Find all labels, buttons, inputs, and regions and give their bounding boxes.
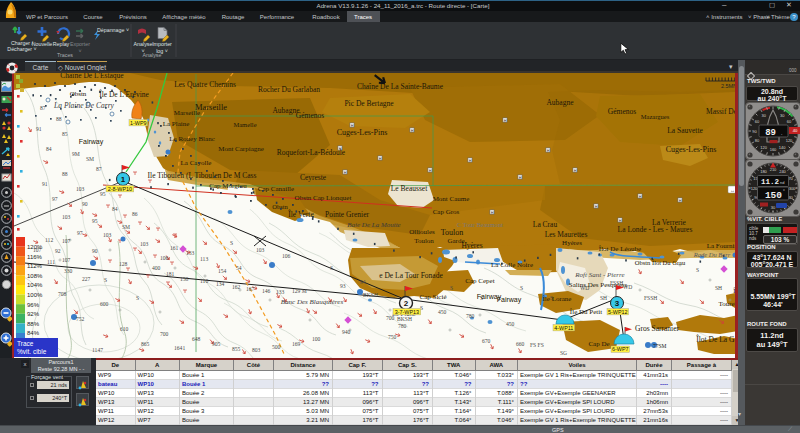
svg-text:4-WP11: 4-WP11	[554, 325, 573, 331]
svg-text:Tourelle: Tourelle	[718, 300, 735, 308]
svg-text:648: 648	[192, 336, 201, 342]
svg-text:450: 450	[438, 309, 447, 315]
svg-text:140: 140	[779, 145, 786, 150]
svg-text:Toulon: Toulon	[414, 237, 434, 245]
svg-text:Replay: Replay	[53, 41, 70, 47]
svg-text:H: H	[619, 219, 622, 223]
svg-text:2-8-WP10: 2-8-WP10	[108, 186, 132, 192]
svg-text:103: 103	[76, 186, 85, 192]
svg-text:La Colle Noire: La Colle Noire	[491, 261, 533, 269]
svg-text:Mamelle: Mamelle	[233, 121, 256, 128]
svg-text:103: 103	[62, 214, 71, 220]
svg-text:SM: SM	[86, 156, 94, 162]
svg-text:S: S	[136, 295, 139, 301]
svg-text:La Sauvette: La Sauvette	[667, 126, 703, 135]
svg-text:H: H	[595, 205, 598, 209]
svg-text:Îlot De La Ga: Îlot De La Ga	[696, 334, 735, 344]
svg-text:103: 103	[256, 247, 265, 253]
svg-text:H: H	[344, 171, 347, 175]
svg-text:Gémenos: Gémenos	[296, 111, 324, 120]
svg-text:84%: 84%	[27, 330, 40, 336]
svg-text:H: H	[547, 149, 550, 153]
svg-text:Cuges-Les-Pins: Cuges-Les-Pins	[666, 145, 717, 154]
svg-text:1: 1	[121, 175, 126, 184]
svg-text:Marseille: Marseille	[174, 109, 200, 117]
svg-text:161: 161	[170, 245, 179, 251]
svg-text:Traces: Traces	[57, 52, 73, 58]
svg-text:La Londe - Les - Maures: La Londe - Les - Maures	[618, 225, 693, 234]
svg-text:Îlot De Léoube: Îlot De Léoube	[599, 245, 641, 253]
svg-text:128: 128	[119, 261, 128, 267]
svg-text:94: 94	[360, 279, 366, 285]
svg-text:116%: 116%	[27, 254, 43, 260]
svg-text:110: 110	[200, 278, 208, 284]
svg-text:Cap Cepet: Cap Cepet	[465, 277, 494, 285]
svg-text:Île Du Petit: Île Du Petit	[570, 308, 602, 316]
svg-text:Affichage météo: Affichage météo	[162, 14, 206, 20]
svg-text:120%: 120%	[27, 244, 43, 250]
svg-text:C Tour Beaumont: C Tour Beaumont	[457, 221, 504, 228]
svg-text:Performance: Performance	[260, 14, 295, 20]
svg-text:Fairway: Fairway	[79, 138, 104, 146]
svg-text:SG: SG	[560, 350, 567, 356]
svg-text:Dépannage ˅: Dépannage ˅	[97, 27, 129, 33]
svg-text:330: 330	[64, 268, 73, 274]
svg-text:Pointe Grenier: Pointe Grenier	[325, 210, 369, 219]
svg-text:Roquefort-La-Bédoule: Roquefort-La-Bédoule	[277, 148, 346, 157]
svg-text:S: S	[696, 267, 699, 273]
svg-text:86: 86	[132, 211, 138, 217]
svg-text:Course: Course	[83, 14, 103, 20]
svg-text:780: 780	[398, 323, 407, 329]
svg-text:91: 91	[36, 126, 42, 132]
svg-text:%vit. cible: %vit. cible	[17, 348, 47, 355]
svg-text:Chaîne De L'Estaque: Chaîne De L'Estaque	[60, 73, 124, 80]
svg-text:Adrena V13.9.1.26 - 24_11_2016: Adrena V13.9.1.26 - 24_11_2016_a.trc - R…	[317, 2, 490, 9]
svg-text:940: 940	[342, 329, 351, 335]
svg-text:Rocher Du Garlaban: Rocher Du Garlaban	[258, 85, 320, 94]
svg-text:˄ Instruments: ˄ Instruments	[706, 14, 743, 20]
svg-text:Cap Gros: Cap Gros	[433, 208, 460, 216]
svg-text:120: 120	[760, 145, 767, 150]
svg-text:e De La Tour Fonade: e De La Tour Fonade	[379, 271, 443, 280]
svg-text:80: 80	[755, 138, 760, 143]
svg-text:Fairway: Fairway	[497, 296, 522, 304]
svg-text:Mazargues: Mazargues	[641, 113, 670, 120]
svg-text:60: 60	[755, 119, 760, 124]
svg-text:Mont Caume: Mont Caume	[433, 195, 470, 203]
svg-text:Aubagne: Aubagne	[546, 98, 574, 107]
svg-text:Massif Des: Massif Des	[706, 107, 735, 116]
svg-text:SH: SH	[600, 295, 607, 301]
svg-text:100: 100	[312, 336, 321, 342]
svg-text:H: H	[351, 124, 354, 128]
svg-text:Roadbook: Roadbook	[312, 14, 340, 20]
svg-text:87: 87	[96, 166, 102, 172]
svg-text:95: 95	[100, 191, 106, 197]
svg-text:30: 30	[762, 113, 767, 118]
svg-text:60: 60	[787, 119, 792, 124]
svg-text:129 M: 129 M	[292, 288, 307, 294]
svg-text:660: 660	[516, 341, 525, 347]
svg-text:Gémenos: Gémenos	[608, 107, 636, 116]
svg-text:H: H	[491, 211, 494, 215]
svg-text:BKSH: BKSH	[363, 292, 378, 298]
svg-text:Les Quatre Chemins: Les Quatre Chemins	[174, 80, 236, 89]
svg-text:FSSH: FSSH	[644, 295, 657, 301]
svg-text:92%: 92%	[27, 311, 40, 317]
svg-text:Banc Des Blauquières: Banc Des Blauquières	[281, 298, 344, 306]
svg-text:750: 750	[388, 334, 397, 340]
svg-text:Toulon: Toulon	[441, 228, 464, 237]
svg-text:Traces: Traces	[354, 14, 372, 20]
svg-text:3-7-WP13: 3-7-WP13	[395, 309, 419, 315]
svg-text:Le Beausset: Le Beausset	[391, 184, 428, 193]
svg-text:111: 111	[47, 259, 55, 265]
svg-text:6-WP7: 6-WP7	[612, 346, 628, 352]
svg-text:La Fournis: La Fournis	[707, 242, 735, 250]
svg-text:3: 3	[615, 299, 620, 308]
svg-text:nd: nd	[780, 180, 784, 185]
svg-text:Analyse: Analyse	[134, 41, 153, 47]
svg-text:113: 113	[200, 256, 208, 262]
svg-text:S: S	[520, 285, 523, 291]
svg-text:95: 95	[92, 218, 98, 224]
svg-text:158: 158	[180, 276, 189, 282]
svg-text:92: 92	[55, 248, 61, 254]
